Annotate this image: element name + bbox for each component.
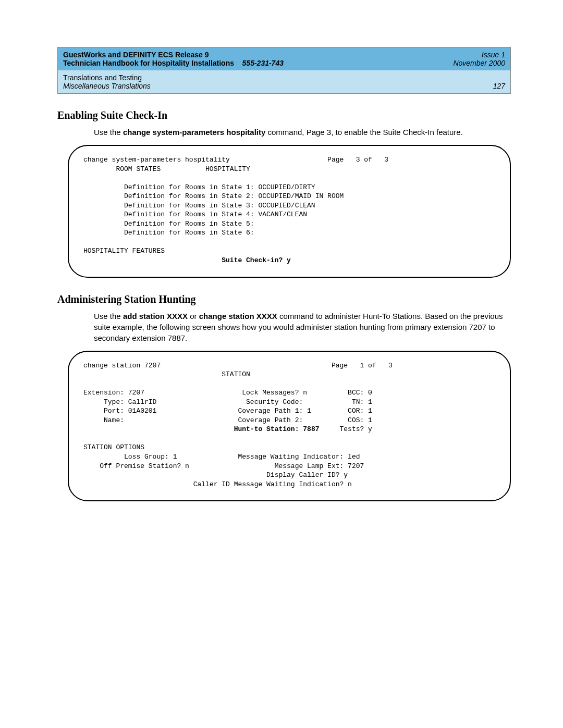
doc-title-line1: GuestWorks and DEFINITY ECS Release 9	[63, 51, 284, 59]
terminal-line: Name: Coverage Path 2: COS: 1	[83, 416, 372, 424]
para-text: Use the	[94, 128, 123, 137]
suite-checkin-paragraph: Use the change system-parameters hospita…	[94, 127, 511, 138]
doc-issue: Issue 1	[453, 51, 505, 59]
section-heading-station-hunting: Administering Station Hunting	[57, 293, 511, 305]
header-light-band: Translations and Testing Miscellaneous T…	[58, 70, 510, 93]
doc-date: November 2000	[453, 59, 505, 67]
terminal-line: Definition for Rooms in State 3: OCCUPIE…	[83, 202, 315, 209]
header-breadcrumb: Translations and Testing Miscellaneous T…	[63, 73, 151, 90]
terminal-line: Loss Group: 1 Message Waiting Indicator:…	[83, 453, 360, 461]
terminal-line: change station 7207 Page 1 of 3	[83, 362, 393, 369]
section-name: Miscellaneous Translations	[63, 82, 151, 90]
terminal-line: Extension: 7207 Lock Messages? n BCC: 0	[83, 389, 372, 397]
terminal-screen-station: change station 7207 Page 1 of 3 STATION …	[68, 351, 511, 502]
terminal-line: Definition for Rooms in State 2: OCCUPIE…	[83, 192, 344, 200]
terminal-line: Caller ID Message Waiting Indication? n	[83, 480, 352, 488]
terminal-line: Type: CallrID Security Code: TN: 1	[83, 398, 372, 406]
para-text: or	[188, 312, 199, 320]
terminal-line: Tests? y	[319, 425, 372, 433]
terminal-line: Definition for Rooms in State 4: VACANT/…	[83, 211, 307, 218]
terminal-line: Port: 01A0201 Coverage Path 1: 1 COR: 1	[83, 407, 372, 415]
terminal-line: Off Premise Station? n Message Lamp Ext:…	[83, 462, 364, 470]
terminal-line: HOSPITALITY FEATURES	[83, 247, 165, 255]
terminal-line: Display Caller ID? y	[83, 471, 348, 479]
page-number: 127	[493, 82, 505, 90]
terminal-line: change system-parameters hospitality Pag…	[83, 156, 388, 164]
document-page: GuestWorks and DEFINITY ECS Release 9 Te…	[0, 0, 563, 538]
doc-subtitle: Technician Handbook for Hospitality Inst…	[63, 59, 234, 67]
terminal-line: Definition for Rooms in State 6:	[83, 229, 254, 237]
doc-title-line2: Technician Handbook for Hospitality Inst…	[63, 59, 284, 67]
terminal-line: ROOM STATES HOSPITALITY	[83, 165, 250, 173]
chapter-name: Translations and Testing	[63, 73, 151, 82]
para-text: command, Page 3, to enable the Suite Che…	[265, 128, 463, 137]
terminal-line	[83, 425, 234, 433]
doc-number: 555-231-743	[242, 59, 284, 67]
command-text: change system-parameters hospitality	[123, 128, 265, 137]
station-hunting-paragraph: Use the add station XXXX or change stati…	[94, 311, 511, 343]
terminal-line: Definition for Rooms in State 5:	[83, 220, 254, 228]
terminal-line: STATION	[83, 371, 250, 378]
header-right: Issue 1 November 2000	[453, 51, 505, 67]
command-text: add station XXXX	[123, 312, 188, 320]
terminal-screen-hospitality: change system-parameters hospitality Pag…	[68, 145, 511, 278]
para-text: Use the	[94, 312, 123, 320]
terminal-line-bold: Suite Check-in? y	[83, 256, 291, 264]
header-left: GuestWorks and DEFINITY ECS Release 9 Te…	[63, 51, 284, 67]
terminal-line-bold: Hunt-to Station: 7887	[234, 425, 320, 433]
terminal-line: STATION OPTIONS	[83, 443, 144, 451]
terminal-line: Definition for Rooms in State 1: OCCUPIE…	[83, 183, 315, 191]
header-dark-band: GuestWorks and DEFINITY ECS Release 9 Te…	[58, 47, 510, 70]
command-text: change station XXXX	[199, 312, 277, 320]
page-header: GuestWorks and DEFINITY ECS Release 9 Te…	[57, 47, 511, 94]
section-heading-suite-checkin: Enabling Suite Check-In	[57, 109, 511, 121]
